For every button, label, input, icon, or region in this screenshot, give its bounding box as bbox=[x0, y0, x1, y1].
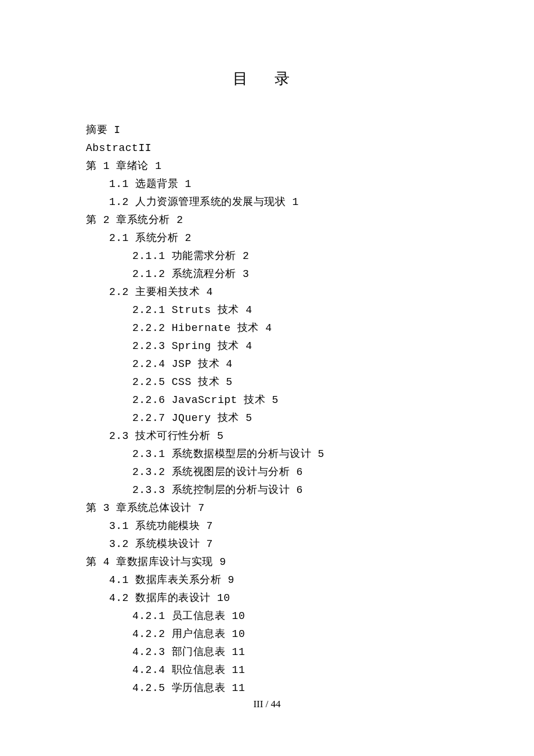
toc-entry: 4.2.3 部门信息表 11 bbox=[86, 643, 457, 661]
toc-entry: 1.1 选题背景 1 bbox=[86, 175, 457, 193]
toc-entry: 2.2.2 Hibernate 技术 4 bbox=[86, 319, 457, 337]
toc-entry: 2.2 主要相关技术 4 bbox=[86, 283, 457, 301]
toc-entry: 第 2 章系统分析 2 bbox=[86, 211, 457, 229]
toc-entry: 2.2.7 JQuery 技术 5 bbox=[86, 409, 457, 427]
page-title: 目 录 bbox=[0, 0, 534, 89]
toc-entry: 第 1 章绪论 1 bbox=[86, 157, 457, 175]
toc-entry: AbstractII bbox=[86, 139, 457, 157]
toc-entry: 第 4 章数据库设计与实现 9 bbox=[86, 553, 457, 571]
toc-entry: 2.1 系统分析 2 bbox=[86, 229, 457, 247]
toc-entry: 2.2.6 JavaScript 技术 5 bbox=[86, 391, 457, 409]
toc-entry: 2.3.1 系统数据模型层的分析与设计 5 bbox=[86, 445, 457, 463]
toc-entry: 2.2.1 Struts 技术 4 bbox=[86, 301, 457, 319]
toc-entry: 2.2.3 Spring 技术 4 bbox=[86, 337, 457, 355]
toc-entry: 2.3.2 系统视图层的设计与分析 6 bbox=[86, 463, 457, 481]
toc-entry: 摘要 I bbox=[86, 121, 457, 139]
toc-entry: 2.3.3 系统控制层的分析与设计 6 bbox=[86, 481, 457, 499]
toc-entry: 3.1 系统功能模块 7 bbox=[86, 517, 457, 535]
toc-entry: 4.2.5 学历信息表 11 bbox=[86, 679, 457, 697]
toc-entry: 4.2.2 用户信息表 10 bbox=[86, 625, 457, 643]
toc-entry: 1.2 人力资源管理系统的发展与现状 1 bbox=[86, 193, 457, 211]
page-footer: III / 44 bbox=[0, 699, 534, 710]
toc-entry: 2.1.2 系统流程分析 3 bbox=[86, 265, 457, 283]
toc-entry: 2.1.1 功能需求分析 2 bbox=[86, 247, 457, 265]
toc-entry: 2.3 技术可行性分析 5 bbox=[86, 427, 457, 445]
toc-content: 摘要 IAbstractII第 1 章绪论 11.1 选题背景 11.2 人力资… bbox=[0, 121, 534, 697]
toc-entry: 2.2.5 CSS 技术 5 bbox=[86, 373, 457, 391]
toc-entry: 4.1 数据库表关系分析 9 bbox=[86, 571, 457, 589]
toc-entry: 第 3 章系统总体设计 7 bbox=[86, 499, 457, 517]
toc-entry: 4.2.1 员工信息表 10 bbox=[86, 607, 457, 625]
toc-entry: 2.2.4 JSP 技术 4 bbox=[86, 355, 457, 373]
toc-entry: 4.2.4 职位信息表 11 bbox=[86, 661, 457, 679]
toc-entry: 3.2 系统模块设计 7 bbox=[86, 535, 457, 553]
toc-entry: 4.2 数据库的表设计 10 bbox=[86, 589, 457, 607]
